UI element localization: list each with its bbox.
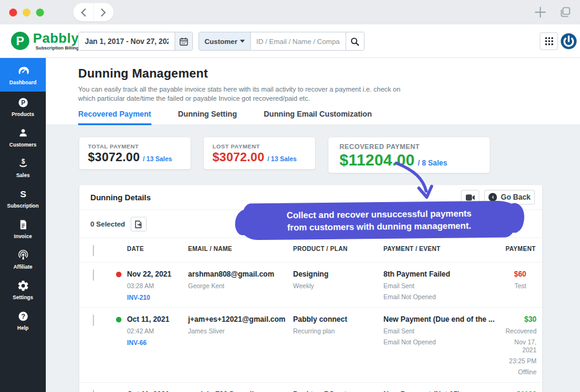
sidebar-item-label: Subscription (7, 203, 39, 209)
row-product: Designing (293, 270, 379, 278)
dunning-table: DATEEMAIL / NAMEPRODUCT / PLANPAYMENT / … (79, 238, 542, 392)
sidebar-item-sales[interactable]: $Sales (0, 153, 46, 183)
svg-text:S: S (20, 189, 26, 199)
main-content: Dunning Management You can easily track … (46, 58, 580, 392)
question-icon: ? (17, 310, 29, 322)
tab-dunning-email-customization[interactable]: Dunning Email Customization (264, 110, 372, 125)
row-event-detail: Email Not Opened (383, 338, 501, 346)
sidebar-item-invoice[interactable]: Invoice (0, 214, 46, 244)
video-camera-icon (466, 194, 475, 201)
tab-overview-icon[interactable] (559, 6, 571, 18)
window-title-bar (0, 0, 580, 24)
file-icon (17, 219, 29, 231)
search-filter-dropdown[interactable]: Customer (199, 32, 251, 50)
sidebar-item-affiliate[interactable]: Affiliate (0, 244, 46, 275)
row-amount-detail: Recovered (506, 327, 537, 335)
app-window: P Pabbly Subscription Billing Customer (0, 0, 580, 392)
row-email: j+am+es+12021@gmail.com (188, 315, 288, 324)
pabbly-logo-icon: P (11, 32, 29, 50)
export-file-icon (135, 220, 142, 228)
svg-text:P: P (21, 100, 25, 106)
select-all-checkbox[interactable] (93, 245, 94, 256)
column-header: PRODUCT / PLAN (293, 245, 383, 256)
sidebar-nav: DashboardPProductsCustomers$SalesSSubscr… (0, 58, 46, 392)
row-event: New Payment (Due end of the ... (383, 315, 501, 324)
power-icon (560, 33, 577, 49)
status-dot-icon (116, 317, 121, 322)
back-button[interactable] (73, 3, 94, 21)
search-button[interactable] (346, 32, 364, 50)
table-row[interactable]: Oct 11, 202102:42 AMINV-66j+am+es+12021@… (79, 308, 542, 383)
p-circle-icon: P (17, 96, 29, 109)
apps-grid-button[interactable] (540, 32, 558, 50)
column-header: EMAIL / NAME (188, 245, 293, 256)
row-amount-detail: Nov 17, 2021 (506, 338, 537, 354)
row-email: arshman808@gmail.com (188, 270, 288, 278)
invoice-link[interactable]: INV-210 (127, 294, 183, 301)
row-checkbox[interactable] (93, 390, 94, 392)
chevron-down-icon (240, 40, 245, 43)
search-filter-label: Customer (205, 38, 237, 45)
page-description: You can easily track all the payable inv… (78, 85, 408, 103)
gauge-icon (17, 65, 29, 77)
row-name: James Sliver (188, 327, 288, 335)
row-date: Oct 11, 2021 (127, 315, 183, 324)
forward-button[interactable] (94, 3, 114, 21)
person-icon (17, 127, 29, 139)
stat-value: $3072.00 (212, 150, 264, 164)
row-amount-detail: Test (506, 282, 526, 290)
tab-recovered-payment[interactable]: Recovered Payment (78, 110, 151, 125)
s-letter-icon: S (17, 188, 29, 200)
sidebar-item-subscription[interactable]: SSubscription (0, 183, 46, 214)
stat-label: LOST PAYMENT (212, 143, 306, 150)
pabbly-logo: P Pabbly Subscription Billing (11, 31, 79, 51)
row-checkbox[interactable] (93, 314, 94, 326)
marketing-callout: Collect and recover unsuccessful payment… (242, 201, 517, 241)
stat-sales-count: / 13 Sales (267, 155, 297, 162)
invoice-link[interactable]: INV-66 (127, 339, 183, 346)
stat-label: RECOVERED PAYMENT (339, 143, 479, 150)
table-row[interactable]: Oct 11, 202102:45 AMINV-67avnishv736@gma… (79, 383, 542, 392)
row-date: Nov 22, 2021 (127, 270, 183, 278)
calendar-button[interactable] (175, 32, 192, 50)
row-event: 8th Payment Failed (383, 270, 501, 278)
search-input[interactable] (251, 32, 346, 50)
customer-search: Customer (198, 32, 364, 51)
callout-text: Collect and recover unsuccessful payment… (242, 201, 516, 234)
sidebar-item-customers[interactable]: Customers (0, 122, 46, 153)
sidebar-item-products[interactable]: PProducts (0, 92, 46, 122)
search-icon (350, 37, 359, 46)
close-window-icon[interactable] (9, 9, 17, 16)
sidebar-item-dashboard[interactable]: Dashboard (0, 58, 46, 92)
logout-power-button[interactable] (560, 33, 577, 49)
stat-label: TOTAL PAYMENT (88, 143, 182, 150)
table-row[interactable]: Nov 22, 202103:28 AMINV-210arshman808@gm… (79, 263, 542, 308)
logo-title: Pabbly (33, 31, 79, 46)
traffic-lights (9, 9, 44, 16)
stat-value: $3072.00 (88, 150, 140, 164)
sidebar-item-label: Affiliate (13, 264, 32, 270)
row-checkbox[interactable] (93, 269, 94, 281)
row-time: 02:42 AM (127, 327, 183, 335)
stat-card-total-payment: TOTAL PAYMENT$3072.00/ 13 Sales (79, 137, 190, 169)
row-amount: $30 (506, 315, 537, 324)
curved-arrow-icon (388, 161, 437, 205)
sidebar-item-help[interactable]: ?Help (0, 305, 46, 336)
row-event-detail: Email Sent (383, 282, 501, 290)
page-title: Dunning Management (78, 67, 580, 81)
export-button[interactable] (131, 217, 147, 231)
window-actions (534, 5, 571, 19)
stat-sales-count: / 13 Sales (143, 155, 172, 162)
selected-count: 0 Selected (90, 220, 125, 228)
date-range-input[interactable] (79, 32, 175, 50)
maximize-window-icon[interactable] (36, 9, 44, 16)
tab-dunning-setting[interactable]: Dunning Setting (178, 110, 237, 125)
tab-bar: Recovered PaymentDunning SettingDunning … (78, 110, 580, 125)
new-tab-plus-icon[interactable] (534, 5, 547, 19)
hand-dollar-icon: $ (17, 158, 29, 170)
row-name: George Kent (188, 282, 288, 290)
sidebar-item-settings[interactable]: Settings (0, 275, 46, 305)
apps-grid-icon (545, 37, 553, 45)
svg-text:?: ? (21, 313, 25, 320)
minimize-window-icon[interactable] (23, 9, 31, 16)
